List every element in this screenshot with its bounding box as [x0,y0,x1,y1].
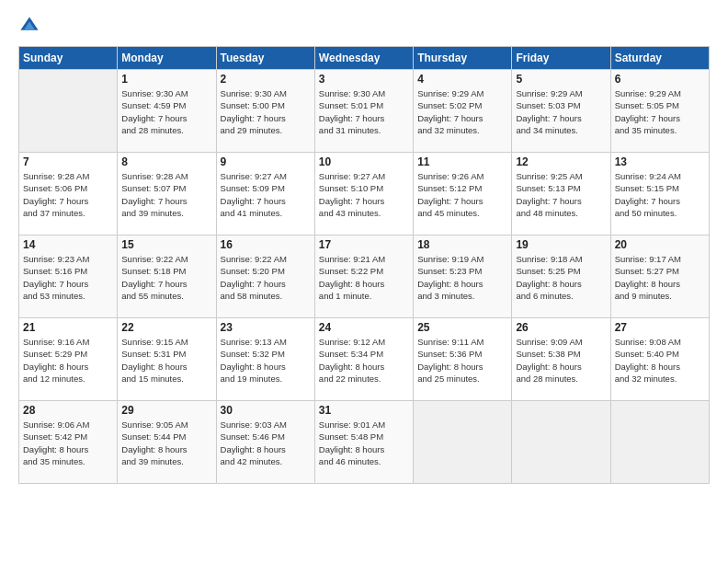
day-cell: 25Sunrise: 9:11 AMSunset: 5:36 PMDayligh… [414,318,512,401]
day-number: 21 [23,321,113,334]
day-cell: 2Sunrise: 9:30 AMSunset: 5:00 PMDaylight… [216,70,314,153]
day-number: 25 [417,321,507,334]
day-cell: 10Sunrise: 9:27 AMSunset: 5:10 PMDayligh… [314,153,413,236]
day-cell: 9Sunrise: 9:27 AMSunset: 5:09 PMDaylight… [216,153,314,236]
day-info: Sunrise: 9:06 AMSunset: 5:42 PMDaylight:… [23,419,113,467]
calendar-table: SundayMondayTuesdayWednesdayThursdayFrid… [18,46,710,484]
day-header-sunday: Sunday [19,47,118,70]
day-info: Sunrise: 9:25 AMSunset: 5:13 PMDaylight:… [516,170,606,219]
day-info: Sunrise: 9:23 AMSunset: 5:16 PMDaylight:… [23,253,113,302]
day-cell: 28Sunrise: 9:06 AMSunset: 5:42 PMDayligh… [19,401,118,484]
day-number: 3 [319,73,409,86]
day-number: 14 [23,238,113,251]
day-cell: 11Sunrise: 9:26 AMSunset: 5:12 PMDayligh… [414,153,512,236]
day-cell: 18Sunrise: 9:19 AMSunset: 5:23 PMDayligh… [414,236,512,318]
day-number: 8 [121,155,211,168]
week-row-5: 28Sunrise: 9:06 AMSunset: 5:42 PMDayligh… [19,401,710,484]
day-number: 24 [319,321,409,334]
day-cell: 30Sunrise: 9:03 AMSunset: 5:46 PMDayligh… [216,401,314,484]
day-cell [414,401,512,484]
day-number: 28 [23,404,113,417]
day-number: 22 [121,321,211,334]
day-info: Sunrise: 9:22 AMSunset: 5:20 PMDaylight:… [221,253,311,302]
week-row-2: 7Sunrise: 9:28 AMSunset: 5:06 PMDaylight… [19,153,710,236]
day-cell: 24Sunrise: 9:12 AMSunset: 5:34 PMDayligh… [314,318,413,401]
day-cell: 13Sunrise: 9:24 AMSunset: 5:15 PMDayligh… [610,153,709,236]
day-info: Sunrise: 9:16 AMSunset: 5:29 PMDaylight:… [23,336,113,385]
week-row-3: 14Sunrise: 9:23 AMSunset: 5:16 PMDayligh… [19,236,710,318]
day-header-wednesday: Wednesday [314,47,413,70]
week-row-1: 1Sunrise: 9:30 AMSunset: 4:59 PMDaylight… [19,70,710,153]
day-header-thursday: Thursday [414,47,512,70]
day-cell: 31Sunrise: 9:01 AMSunset: 5:48 PMDayligh… [314,401,413,484]
day-header-monday: Monday [118,47,216,70]
day-cell: 7Sunrise: 9:28 AMSunset: 5:06 PMDaylight… [19,153,118,236]
day-info: Sunrise: 9:17 AMSunset: 5:27 PMDaylight:… [615,253,705,302]
day-info: Sunrise: 9:27 AMSunset: 5:09 PMDaylight:… [221,170,311,219]
day-number: 6 [615,73,705,86]
day-number: 9 [221,155,311,168]
day-info: Sunrise: 9:11 AMSunset: 5:36 PMDaylight:… [417,336,507,385]
day-info: Sunrise: 9:22 AMSunset: 5:18 PMDaylight:… [121,253,211,302]
day-number: 7 [23,155,113,168]
day-cell: 15Sunrise: 9:22 AMSunset: 5:18 PMDayligh… [118,236,216,318]
day-cell: 5Sunrise: 9:29 AMSunset: 5:03 PMDaylight… [512,70,610,153]
day-header-saturday: Saturday [610,47,709,70]
day-number: 19 [516,238,606,251]
day-info: Sunrise: 9:13 AMSunset: 5:32 PMDaylight:… [221,336,311,385]
day-info: Sunrise: 9:30 AMSunset: 5:00 PMDaylight:… [221,87,311,136]
day-cell: 4Sunrise: 9:29 AMSunset: 5:02 PMDaylight… [414,70,512,153]
day-number: 30 [221,404,311,417]
day-info: Sunrise: 9:09 AMSunset: 5:38 PMDaylight:… [516,336,606,385]
week-row-4: 21Sunrise: 9:16 AMSunset: 5:29 PMDayligh… [19,318,710,401]
day-cell: 14Sunrise: 9:23 AMSunset: 5:16 PMDayligh… [19,236,118,318]
day-cell: 12Sunrise: 9:25 AMSunset: 5:13 PMDayligh… [512,153,610,236]
logo [18,15,44,37]
day-number: 23 [221,321,311,334]
day-info: Sunrise: 9:19 AMSunset: 5:23 PMDaylight:… [417,253,507,302]
day-cell: 16Sunrise: 9:22 AMSunset: 5:20 PMDayligh… [216,236,314,318]
day-info: Sunrise: 9:01 AMSunset: 5:48 PMDaylight:… [319,419,409,467]
day-number: 13 [615,155,705,168]
day-cell: 21Sunrise: 9:16 AMSunset: 5:29 PMDayligh… [19,318,118,401]
day-info: Sunrise: 9:28 AMSunset: 5:07 PMDaylight:… [121,170,211,219]
day-cell: 20Sunrise: 9:17 AMSunset: 5:27 PMDayligh… [610,236,709,318]
day-cell: 19Sunrise: 9:18 AMSunset: 5:25 PMDayligh… [512,236,610,318]
day-info: Sunrise: 9:28 AMSunset: 5:06 PMDaylight:… [23,170,113,219]
day-info: Sunrise: 9:21 AMSunset: 5:22 PMDaylight:… [319,253,409,302]
day-info: Sunrise: 9:12 AMSunset: 5:34 PMDaylight:… [319,336,409,385]
day-number: 11 [417,155,507,168]
logo-icon [18,15,40,37]
day-cell: 6Sunrise: 9:29 AMSunset: 5:05 PMDaylight… [610,70,709,153]
day-number: 27 [615,321,705,334]
day-header-friday: Friday [512,47,610,70]
day-cell: 3Sunrise: 9:30 AMSunset: 5:01 PMDaylight… [314,70,413,153]
day-info: Sunrise: 9:08 AMSunset: 5:40 PMDaylight:… [615,336,705,385]
day-number: 5 [516,73,606,86]
page: SundayMondayTuesdayWednesdayThursdayFrid… [0,0,728,563]
day-info: Sunrise: 9:30 AMSunset: 4:59 PMDaylight:… [121,87,211,136]
day-info: Sunrise: 9:29 AMSunset: 5:05 PMDaylight:… [615,87,705,136]
day-number: 29 [121,404,211,417]
day-info: Sunrise: 9:26 AMSunset: 5:12 PMDaylight:… [417,170,507,219]
day-info: Sunrise: 9:18 AMSunset: 5:25 PMDaylight:… [516,253,606,302]
day-cell: 26Sunrise: 9:09 AMSunset: 5:38 PMDayligh… [512,318,610,401]
day-cell: 17Sunrise: 9:21 AMSunset: 5:22 PMDayligh… [314,236,413,318]
day-number: 1 [121,73,211,86]
day-number: 31 [319,404,409,417]
day-cell: 29Sunrise: 9:05 AMSunset: 5:44 PMDayligh… [118,401,216,484]
day-cell [512,401,610,484]
day-number: 2 [221,73,311,86]
day-cell [19,70,118,153]
day-info: Sunrise: 9:24 AMSunset: 5:15 PMDaylight:… [615,170,705,219]
day-cell: 27Sunrise: 9:08 AMSunset: 5:40 PMDayligh… [610,318,709,401]
day-number: 4 [417,73,507,86]
day-number: 17 [319,238,409,251]
day-info: Sunrise: 9:27 AMSunset: 5:10 PMDaylight:… [319,170,409,219]
day-info: Sunrise: 9:05 AMSunset: 5:44 PMDaylight:… [121,419,211,467]
day-info: Sunrise: 9:29 AMSunset: 5:02 PMDaylight:… [417,87,507,136]
header [18,15,710,37]
day-number: 16 [221,238,311,251]
day-number: 10 [319,155,409,168]
day-number: 26 [516,321,606,334]
